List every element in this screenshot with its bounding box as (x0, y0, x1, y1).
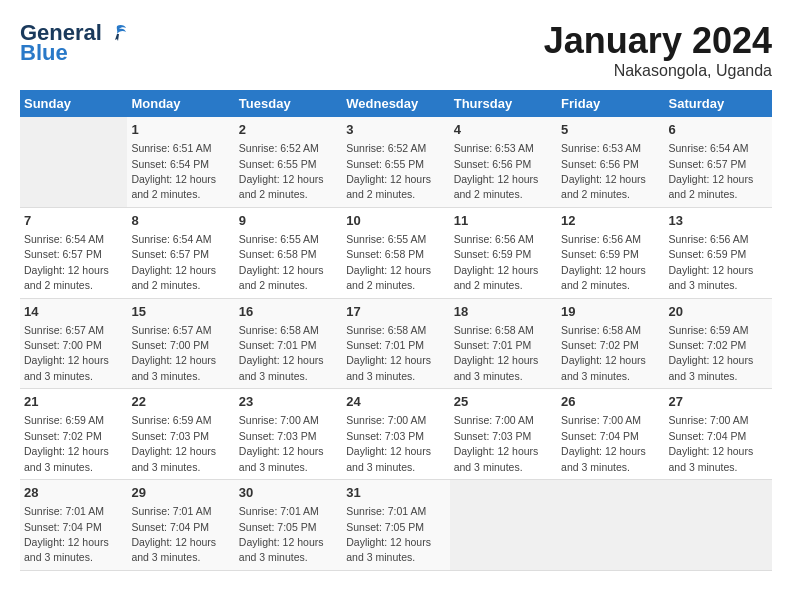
day-info: Sunrise: 6:56 AM Sunset: 6:59 PM Dayligh… (669, 233, 754, 291)
day-info: Sunrise: 7:00 AM Sunset: 7:03 PM Dayligh… (454, 414, 539, 472)
day-info: Sunrise: 6:56 AM Sunset: 6:59 PM Dayligh… (454, 233, 539, 291)
table-row: 25Sunrise: 7:00 AM Sunset: 7:03 PM Dayli… (450, 389, 557, 480)
day-number: 9 (239, 212, 338, 230)
table-row: 9Sunrise: 6:55 AM Sunset: 6:58 PM Daylig… (235, 207, 342, 298)
table-row: 14Sunrise: 6:57 AM Sunset: 7:00 PM Dayli… (20, 298, 127, 389)
day-number: 16 (239, 303, 338, 321)
day-info: Sunrise: 6:56 AM Sunset: 6:59 PM Dayligh… (561, 233, 646, 291)
table-row: 16Sunrise: 6:58 AM Sunset: 7:01 PM Dayli… (235, 298, 342, 389)
calendar-week-row: 21Sunrise: 6:59 AM Sunset: 7:02 PM Dayli… (20, 389, 772, 480)
logo-bird-icon (106, 22, 128, 44)
day-number: 10 (346, 212, 445, 230)
calendar-week-row: 1Sunrise: 6:51 AM Sunset: 6:54 PM Daylig… (20, 117, 772, 207)
day-number: 27 (669, 393, 768, 411)
day-number: 21 (24, 393, 123, 411)
day-number: 24 (346, 393, 445, 411)
table-row: 11Sunrise: 6:56 AM Sunset: 6:59 PM Dayli… (450, 207, 557, 298)
day-info: Sunrise: 6:51 AM Sunset: 6:54 PM Dayligh… (131, 142, 216, 200)
day-info: Sunrise: 6:58 AM Sunset: 7:01 PM Dayligh… (239, 324, 324, 382)
table-row (557, 480, 664, 571)
day-info: Sunrise: 6:54 AM Sunset: 6:57 PM Dayligh… (669, 142, 754, 200)
day-number: 17 (346, 303, 445, 321)
day-number: 28 (24, 484, 123, 502)
day-number: 12 (561, 212, 660, 230)
day-info: Sunrise: 6:57 AM Sunset: 7:00 PM Dayligh… (24, 324, 109, 382)
table-row (665, 480, 772, 571)
day-info: Sunrise: 6:55 AM Sunset: 6:58 PM Dayligh… (239, 233, 324, 291)
day-info: Sunrise: 6:59 AM Sunset: 7:03 PM Dayligh… (131, 414, 216, 472)
logo-blue: Blue (20, 40, 68, 66)
day-info: Sunrise: 6:53 AM Sunset: 6:56 PM Dayligh… (454, 142, 539, 200)
day-number: 15 (131, 303, 230, 321)
day-info: Sunrise: 7:01 AM Sunset: 7:04 PM Dayligh… (131, 505, 216, 563)
day-info: Sunrise: 6:54 AM Sunset: 6:57 PM Dayligh… (131, 233, 216, 291)
table-row: 21Sunrise: 6:59 AM Sunset: 7:02 PM Dayli… (20, 389, 127, 480)
day-info: Sunrise: 7:00 AM Sunset: 7:04 PM Dayligh… (561, 414, 646, 472)
day-number: 7 (24, 212, 123, 230)
table-row (450, 480, 557, 571)
day-info: Sunrise: 6:52 AM Sunset: 6:55 PM Dayligh… (239, 142, 324, 200)
day-info: Sunrise: 6:53 AM Sunset: 6:56 PM Dayligh… (561, 142, 646, 200)
table-row: 1Sunrise: 6:51 AM Sunset: 6:54 PM Daylig… (127, 117, 234, 207)
day-info: Sunrise: 6:59 AM Sunset: 7:02 PM Dayligh… (24, 414, 109, 472)
table-row: 28Sunrise: 7:01 AM Sunset: 7:04 PM Dayli… (20, 480, 127, 571)
page-header: General Blue January 2024 Nakasongola, U… (20, 20, 772, 80)
table-row: 2Sunrise: 6:52 AM Sunset: 6:55 PM Daylig… (235, 117, 342, 207)
table-row: 27Sunrise: 7:00 AM Sunset: 7:04 PM Dayli… (665, 389, 772, 480)
day-info: Sunrise: 7:01 AM Sunset: 7:05 PM Dayligh… (239, 505, 324, 563)
table-row: 12Sunrise: 6:56 AM Sunset: 6:59 PM Dayli… (557, 207, 664, 298)
table-row: 15Sunrise: 6:57 AM Sunset: 7:00 PM Dayli… (127, 298, 234, 389)
day-info: Sunrise: 7:01 AM Sunset: 7:05 PM Dayligh… (346, 505, 431, 563)
day-info: Sunrise: 6:57 AM Sunset: 7:00 PM Dayligh… (131, 324, 216, 382)
day-info: Sunrise: 7:00 AM Sunset: 7:03 PM Dayligh… (239, 414, 324, 472)
calendar-week-row: 14Sunrise: 6:57 AM Sunset: 7:00 PM Dayli… (20, 298, 772, 389)
col-saturday: Saturday (665, 90, 772, 117)
day-number: 11 (454, 212, 553, 230)
day-number: 2 (239, 121, 338, 139)
table-row (20, 117, 127, 207)
calendar-week-row: 28Sunrise: 7:01 AM Sunset: 7:04 PM Dayli… (20, 480, 772, 571)
day-number: 31 (346, 484, 445, 502)
table-row: 19Sunrise: 6:58 AM Sunset: 7:02 PM Dayli… (557, 298, 664, 389)
col-thursday: Thursday (450, 90, 557, 117)
day-number: 3 (346, 121, 445, 139)
table-row: 22Sunrise: 6:59 AM Sunset: 7:03 PM Dayli… (127, 389, 234, 480)
col-monday: Monday (127, 90, 234, 117)
day-info: Sunrise: 7:01 AM Sunset: 7:04 PM Dayligh… (24, 505, 109, 563)
table-row: 20Sunrise: 6:59 AM Sunset: 7:02 PM Dayli… (665, 298, 772, 389)
day-number: 18 (454, 303, 553, 321)
day-info: Sunrise: 6:58 AM Sunset: 7:02 PM Dayligh… (561, 324, 646, 382)
day-number: 4 (454, 121, 553, 139)
col-sunday: Sunday (20, 90, 127, 117)
day-number: 14 (24, 303, 123, 321)
table-row: 18Sunrise: 6:58 AM Sunset: 7:01 PM Dayli… (450, 298, 557, 389)
day-info: Sunrise: 6:54 AM Sunset: 6:57 PM Dayligh… (24, 233, 109, 291)
day-info: Sunrise: 6:58 AM Sunset: 7:01 PM Dayligh… (346, 324, 431, 382)
calendar-subtitle: Nakasongola, Uganda (544, 62, 772, 80)
day-info: Sunrise: 6:52 AM Sunset: 6:55 PM Dayligh… (346, 142, 431, 200)
day-number: 19 (561, 303, 660, 321)
table-row: 29Sunrise: 7:01 AM Sunset: 7:04 PM Dayli… (127, 480, 234, 571)
day-number: 1 (131, 121, 230, 139)
day-number: 20 (669, 303, 768, 321)
table-row: 5Sunrise: 6:53 AM Sunset: 6:56 PM Daylig… (557, 117, 664, 207)
col-friday: Friday (557, 90, 664, 117)
day-number: 23 (239, 393, 338, 411)
calendar-title: January 2024 (544, 20, 772, 62)
day-number: 26 (561, 393, 660, 411)
table-row: 8Sunrise: 6:54 AM Sunset: 6:57 PM Daylig… (127, 207, 234, 298)
day-info: Sunrise: 6:58 AM Sunset: 7:01 PM Dayligh… (454, 324, 539, 382)
table-row: 24Sunrise: 7:00 AM Sunset: 7:03 PM Dayli… (342, 389, 449, 480)
day-info: Sunrise: 6:55 AM Sunset: 6:58 PM Dayligh… (346, 233, 431, 291)
calendar-table: Sunday Monday Tuesday Wednesday Thursday… (20, 90, 772, 571)
day-number: 6 (669, 121, 768, 139)
day-number: 13 (669, 212, 768, 230)
table-row: 23Sunrise: 7:00 AM Sunset: 7:03 PM Dayli… (235, 389, 342, 480)
title-block: January 2024 Nakasongola, Uganda (544, 20, 772, 80)
day-info: Sunrise: 7:00 AM Sunset: 7:04 PM Dayligh… (669, 414, 754, 472)
day-number: 25 (454, 393, 553, 411)
day-info: Sunrise: 7:00 AM Sunset: 7:03 PM Dayligh… (346, 414, 431, 472)
table-row: 31Sunrise: 7:01 AM Sunset: 7:05 PM Dayli… (342, 480, 449, 571)
day-number: 30 (239, 484, 338, 502)
table-row: 6Sunrise: 6:54 AM Sunset: 6:57 PM Daylig… (665, 117, 772, 207)
